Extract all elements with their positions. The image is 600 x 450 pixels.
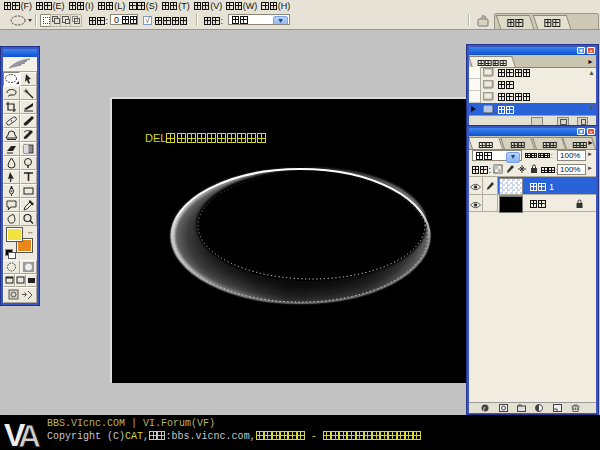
- svg-text:A: A: [18, 418, 41, 449]
